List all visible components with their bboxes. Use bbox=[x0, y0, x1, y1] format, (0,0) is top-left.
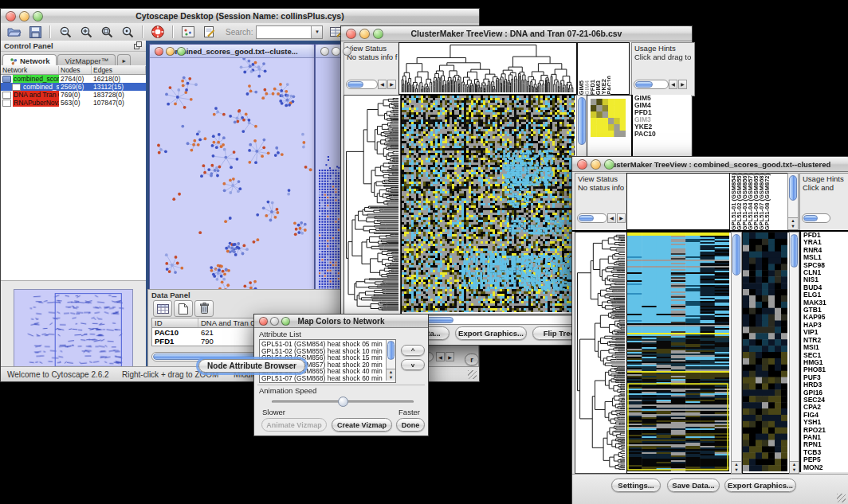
scroll-left-icon[interactable]: ◀ bbox=[378, 80, 387, 89]
minimize-icon[interactable] bbox=[359, 29, 370, 39]
scroll-arrows[interactable]: ◀ ▶ bbox=[669, 80, 687, 89]
scroll-down-icon[interactable]: ▼ bbox=[389, 375, 393, 381]
animate-vizmap-button[interactable]: Animate Vizmap bbox=[261, 418, 327, 432]
list-vscrollbar[interactable]: ▲▼ bbox=[386, 340, 395, 381]
scroll-left-icon[interactable]: ◀ bbox=[607, 213, 616, 223]
scroll-arrows[interactable]: ▲▼ bbox=[732, 461, 741, 473]
scroll-right-icon[interactable]: ▶ bbox=[387, 80, 396, 89]
zoom-out-button[interactable] bbox=[57, 24, 74, 40]
annotation-button[interactable] bbox=[200, 24, 218, 40]
export-graphics-button[interactable]: Export Graphics... bbox=[455, 326, 527, 340]
scroll-arrows[interactable]: ▲▼ bbox=[788, 217, 798, 229]
zoom-heatmap[interactable] bbox=[743, 232, 787, 471]
network-list-header[interactable]: Network Nodes Edges bbox=[1, 65, 146, 75]
scroll-arrows[interactable]: ▲▼ bbox=[387, 369, 395, 381]
dialog-titlebar[interactable]: Map Colors to Network bbox=[254, 315, 428, 328]
correlation-mini-heatmap[interactable] bbox=[591, 99, 626, 137]
scrollbar-thumb[interactable] bbox=[803, 215, 818, 221]
col-network[interactable]: Network bbox=[1, 66, 59, 74]
scroll-down-icon[interactable]: ▼ bbox=[734, 467, 738, 473]
network-list-row[interactable]: RNAPuberNov2+ 563(0) 107847(0) bbox=[1, 99, 146, 107]
array-label[interactable]: GPL51-08 (GSM872) bbox=[764, 174, 770, 230]
view-status-scrollbar[interactable] bbox=[346, 80, 378, 89]
zoom-icon[interactable] bbox=[281, 317, 290, 326]
attribute-list-item[interactable]: GPL51-07 (GSM868) heat shock 60 min bbox=[260, 375, 395, 382]
row-dendrogram[interactable] bbox=[575, 232, 625, 471]
zoom-icon[interactable] bbox=[177, 47, 186, 56]
zoom-icon[interactable] bbox=[343, 47, 351, 56]
zoom-icon[interactable] bbox=[373, 29, 383, 39]
scrollbar-thumb[interactable] bbox=[578, 97, 586, 145]
open-session-button[interactable] bbox=[6, 24, 23, 40]
labels-vscrollbar[interactable]: ▲▼ bbox=[787, 173, 799, 230]
minimize-icon[interactable] bbox=[591, 159, 601, 170]
view-status-scrollbar[interactable] bbox=[577, 213, 607, 223]
scroll-arrows[interactable]: ◀ ▶ bbox=[436, 352, 454, 361]
scroll-down-icon[interactable]: ▼ bbox=[791, 224, 795, 229]
zoom-fit-button[interactable] bbox=[98, 24, 116, 40]
scrollbar-thumb[interactable] bbox=[789, 175, 797, 201]
new-attribute-button[interactable] bbox=[174, 300, 193, 317]
save-session-button[interactable] bbox=[26, 24, 44, 40]
chevron-down-icon[interactable]: ▼ bbox=[311, 26, 322, 38]
col-edges[interactable]: Edges bbox=[92, 66, 146, 74]
usage-hints-scrollbar[interactable] bbox=[802, 213, 830, 223]
network-list-row[interactable]: combined_sco 2569(6) 13112(15) bbox=[1, 83, 146, 91]
save-data-button[interactable]: Save Data... bbox=[667, 479, 720, 492]
usage-hints-scrollbar[interactable] bbox=[634, 80, 669, 89]
zoom-in-button[interactable] bbox=[77, 24, 95, 40]
close-icon[interactable] bbox=[320, 47, 329, 56]
scroll-right-icon[interactable]: ▶ bbox=[678, 80, 687, 89]
network-frame-titlebar[interactable]: combined_scores_good.txt--cluste... bbox=[150, 45, 314, 58]
col-nodes[interactable]: Nodes bbox=[59, 66, 92, 74]
search-combobox[interactable]: ▼ bbox=[256, 25, 323, 39]
column-dendrogram[interactable] bbox=[399, 43, 575, 92]
zoom-icon[interactable] bbox=[604, 159, 614, 170]
close-icon[interactable] bbox=[259, 317, 268, 326]
minimize-icon[interactable] bbox=[166, 47, 175, 56]
scrollbar-thumb[interactable] bbox=[732, 234, 740, 275]
scrollbar-thumb[interactable] bbox=[791, 234, 798, 268]
scroll-arrows[interactable]: ◀ ▶ bbox=[607, 213, 626, 223]
main-titlebar[interactable]: Cytoscape Desktop (Session Name: collins… bbox=[1, 9, 479, 24]
scroll-up-icon[interactable]: ▲ bbox=[791, 218, 795, 224]
scroll-up-icon[interactable]: ▲ bbox=[389, 369, 393, 375]
scroll-left-icon[interactable]: ◀ bbox=[669, 80, 677, 89]
settings-button[interactable]: Settings... bbox=[611, 479, 661, 492]
create-vizmap-button[interactable]: Create Vizmap bbox=[332, 418, 392, 432]
birdseye-toggle-button[interactable] bbox=[179, 24, 197, 40]
done-button[interactable]: Done bbox=[396, 418, 425, 432]
scroll-up-icon[interactable]: ▲ bbox=[734, 462, 738, 467]
zoom-vscrollbar[interactable]: ▲▼ bbox=[789, 232, 799, 474]
network-list-row[interactable]: DNA and Tran 07 769(0) 183728(0) bbox=[1, 91, 146, 99]
scrollbar-thumb[interactable] bbox=[635, 81, 653, 88]
scroll-down-icon[interactable]: ▼ bbox=[792, 467, 796, 473]
scroll-up-icon[interactable]: ▲ bbox=[792, 462, 796, 467]
id-column-header[interactable]: ID bbox=[152, 318, 198, 327]
zoom-selected-button[interactable] bbox=[119, 24, 136, 40]
help-button[interactable] bbox=[149, 24, 167, 40]
search-input[interactable] bbox=[257, 26, 311, 37]
expression-heatmap[interactable] bbox=[402, 96, 575, 312]
hidden-tab-button-fragment[interactable]: r bbox=[465, 354, 479, 365]
minimize-icon[interactable] bbox=[332, 47, 340, 56]
scroll-left-icon[interactable]: ◀ bbox=[436, 352, 445, 361]
delete-attribute-button[interactable] bbox=[194, 300, 214, 317]
heatmap-vscrollbar[interactable]: ▲▼ bbox=[731, 232, 742, 474]
minimize-icon[interactable] bbox=[19, 11, 29, 21]
float-panel-icon[interactable] bbox=[134, 41, 143, 50]
birdseye-overview[interactable] bbox=[14, 289, 133, 377]
node-attribute-browser-tab[interactable]: Node Attribute Browser bbox=[198, 359, 305, 373]
scroll-arrows[interactable]: ▲▼ bbox=[790, 461, 799, 473]
gene-label[interactable]: MON2 bbox=[803, 464, 848, 471]
table-mode-button[interactable] bbox=[153, 300, 172, 317]
slider-thumb[interactable] bbox=[338, 397, 348, 407]
close-icon[interactable] bbox=[155, 47, 163, 56]
move-up-button[interactable]: ^ bbox=[401, 345, 425, 356]
scrollbar-thumb[interactable] bbox=[579, 215, 594, 221]
close-icon[interactable] bbox=[577, 159, 587, 170]
resize-grip[interactable] bbox=[837, 494, 846, 502]
move-down-button[interactable]: v bbox=[401, 359, 425, 370]
treeview2-titlebar[interactable]: ClusterMaker TreeView : combined_scores_… bbox=[572, 157, 848, 172]
scroll-right-icon[interactable]: ▶ bbox=[617, 213, 626, 223]
